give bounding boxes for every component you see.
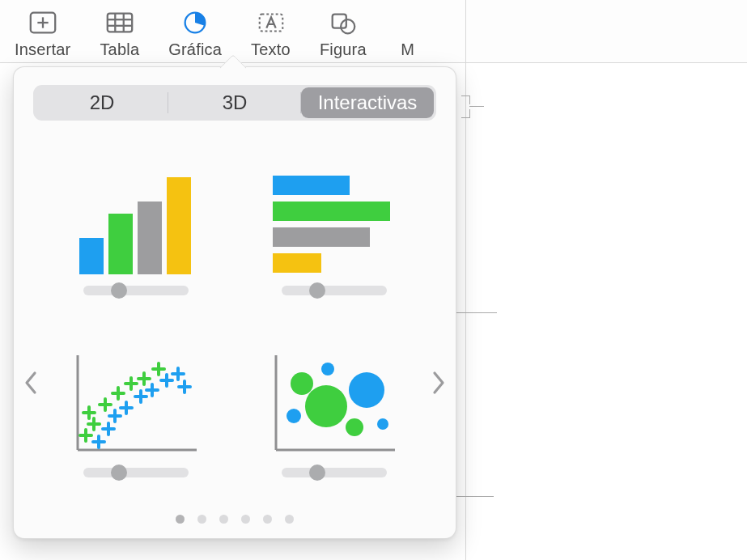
svg-rect-12 xyxy=(79,238,104,274)
svg-rect-14 xyxy=(138,202,162,274)
tab-3d[interactable]: 3D xyxy=(168,87,301,118)
next-page-button[interactable] xyxy=(422,367,454,399)
tab-label-2d: 2D xyxy=(90,91,115,114)
tab-interactive[interactable]: Interactivas xyxy=(301,87,434,118)
svg-point-58 xyxy=(291,372,313,395)
svg-rect-19 xyxy=(273,253,321,273)
svg-rect-18 xyxy=(273,227,370,247)
chart-option-bar[interactable] xyxy=(261,161,407,295)
toolbar-label-overflow: M xyxy=(401,40,414,59)
page-dot-5[interactable] xyxy=(263,515,272,524)
svg-point-64 xyxy=(377,418,388,430)
chart-option-bubble[interactable] xyxy=(261,343,407,477)
toolbar-label-shape: Figura xyxy=(320,40,367,59)
svg-rect-3 xyxy=(108,14,132,32)
page-dot-3[interactable] xyxy=(219,515,228,524)
svg-rect-16 xyxy=(273,176,350,195)
page-dot-1[interactable] xyxy=(176,515,185,524)
bubble-chart-icon xyxy=(270,343,399,456)
insert-icon xyxy=(26,6,60,39)
column-chart-icon xyxy=(71,161,201,274)
text-box-icon xyxy=(254,6,288,39)
page-dot-2[interactable] xyxy=(197,515,206,524)
chart-slider-mock xyxy=(282,468,387,477)
page-dots xyxy=(14,515,456,524)
svg-point-59 xyxy=(286,409,301,423)
toolbar-item-table[interactable]: Tabla xyxy=(85,6,154,59)
tab-label-interactive: Interactivas xyxy=(318,91,418,114)
chart-slider-mock xyxy=(83,468,189,477)
toolbar-label-text: Texto xyxy=(251,40,291,59)
svg-rect-13 xyxy=(108,214,133,274)
scatter-chart-icon xyxy=(71,343,201,456)
prev-page-button[interactable] xyxy=(15,367,48,399)
toolbar-label-insert: Insertar xyxy=(15,40,70,59)
svg-point-60 xyxy=(305,385,347,427)
svg-point-62 xyxy=(346,418,363,436)
toolbar-item-shape[interactable]: Figura xyxy=(305,6,381,59)
toolbar-label-table: Tabla xyxy=(100,40,139,59)
toolbar-item-overflow[interactable]: M xyxy=(381,6,430,59)
chart-option-scatter[interactable] xyxy=(63,343,209,477)
chart-slider-mock xyxy=(282,286,387,295)
table-icon xyxy=(103,6,137,39)
tab-label-3d: 3D xyxy=(223,91,248,114)
tab-2d[interactable]: 2D xyxy=(36,87,168,118)
svg-point-61 xyxy=(321,363,334,375)
chevron-left-icon xyxy=(23,370,40,396)
svg-rect-15 xyxy=(167,177,191,274)
chart-option-column[interactable] xyxy=(63,161,209,295)
bar-chart-icon xyxy=(270,161,399,274)
toolbar: Insertar Tabla Gráfica xyxy=(0,0,747,63)
svg-point-63 xyxy=(349,372,384,408)
toolbar-item-chart[interactable]: Gráfica xyxy=(154,6,236,59)
toolbar-item-insert[interactable]: Insertar xyxy=(0,6,85,59)
chart-options-grid xyxy=(59,148,410,490)
svg-rect-17 xyxy=(273,202,390,221)
callout-bracket-tabs xyxy=(461,95,484,118)
toolbar-item-text[interactable]: Texto xyxy=(236,6,305,59)
page-dot-6[interactable] xyxy=(285,515,294,524)
svg-point-11 xyxy=(341,19,354,33)
chart-type-tabs: 2D 3D Interactivas xyxy=(33,85,436,121)
shapes-icon xyxy=(326,6,360,39)
toolbar-label-chart: Gráfica xyxy=(168,40,222,59)
chevron-right-icon xyxy=(430,370,446,396)
chart-slider-mock xyxy=(83,286,189,295)
placeholder-icon xyxy=(391,6,425,39)
chart-picker-popover: 2D 3D Interactivas xyxy=(13,66,456,539)
pie-chart-icon xyxy=(178,6,212,39)
page-dot-4[interactable] xyxy=(241,515,250,524)
